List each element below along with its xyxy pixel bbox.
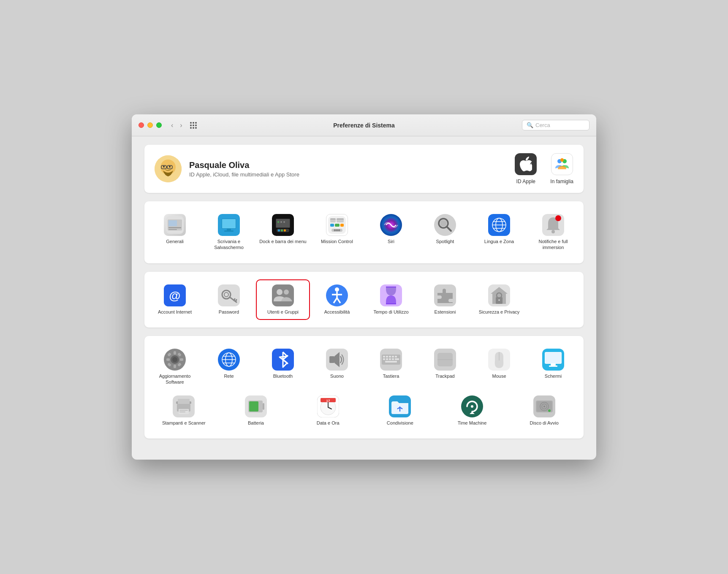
- pref-utenti[interactable]: Utenti e Gruppi: [257, 280, 309, 319]
- notifiche-icon: [542, 214, 564, 236]
- pref-dock[interactable]: Dock e barra dei menu: [257, 210, 309, 255]
- pref-condivisione[interactable]: Condivisione: [365, 391, 435, 430]
- profile-subtitle: ID Apple, iCloud, file multimediali e Ap…: [189, 171, 299, 178]
- pref-notifiche[interactable]: Notifiche e full immersion: [527, 210, 579, 255]
- pref-tempo[interactable]: Tempo di Utilizzo: [365, 280, 417, 319]
- back-button[interactable]: ‹: [168, 121, 176, 130]
- svg-rect-137: [249, 401, 258, 412]
- spotlight-svg: [434, 214, 456, 236]
- sicurezza-icon: [488, 284, 510, 306]
- profile-name: Pasquale Oliva: [189, 160, 299, 170]
- mission-label: Mission Control: [321, 238, 353, 244]
- svg-rect-12: [168, 220, 177, 226]
- svg-rect-112: [386, 358, 388, 360]
- suono-label: Suono: [330, 373, 344, 379]
- svg-rect-36: [335, 224, 340, 227]
- pref-schermi[interactable]: Schermi: [527, 344, 579, 390]
- pref-estensioni[interactable]: Estensioni: [419, 280, 471, 319]
- family-icon: [551, 153, 573, 175]
- prefs-grid-4: Stampanti e Scanner Batte: [149, 391, 579, 430]
- svg-rect-58: [218, 284, 240, 306]
- pref-bluetooth[interactable]: Bluetooth: [257, 344, 309, 390]
- apple-logo-svg: [519, 157, 532, 172]
- avatar-svg: [155, 155, 182, 182]
- pref-siri[interactable]: Siri: [365, 210, 417, 255]
- pref-aggiornamento[interactable]: Aggiornamento Software: [149, 344, 201, 390]
- pref-account[interactable]: @ Account Internet: [149, 280, 201, 319]
- minimize-button[interactable]: [147, 122, 153, 128]
- pref-generali[interactable]: Generali: [149, 210, 201, 255]
- pref-trackpad[interactable]: Trackpad: [419, 344, 471, 390]
- pref-tastiera[interactable]: Tastiera: [365, 344, 417, 390]
- apple-id-action[interactable]: ID Apple: [515, 153, 537, 184]
- svg-rect-132: [179, 410, 188, 411]
- pref-password[interactable]: Password: [203, 280, 255, 319]
- dock-label: Dock e barra dei menu: [259, 238, 306, 244]
- maximize-button[interactable]: [156, 122, 162, 128]
- traffic-lights: [139, 122, 162, 128]
- forward-button[interactable]: ›: [177, 121, 185, 130]
- pref-stampanti[interactable]: Stampanti e Scanner: [149, 391, 219, 430]
- password-svg: [218, 284, 240, 306]
- dock-svg: [274, 216, 292, 234]
- svg-rect-26: [284, 230, 286, 232]
- svg-line-62: [234, 299, 235, 301]
- prefs-section-3: Aggiornamento Software: [144, 336, 584, 439]
- tempo-label: Tempo di Utilizzo: [373, 309, 408, 315]
- pref-lingua[interactable]: Lingua e Zona: [473, 210, 525, 255]
- search-box[interactable]: 🔍 Cerca: [522, 120, 589, 130]
- pref-time-machine[interactable]: Time Machine: [437, 391, 508, 430]
- stampanti-svg: [173, 395, 195, 417]
- svg-point-1: [160, 160, 176, 175]
- content: Pasquale Oliva ID Apple, iCloud, file mu…: [132, 136, 596, 460]
- svg-rect-106: [383, 356, 385, 357]
- grid-dot: [195, 122, 197, 124]
- prefs-grid-3: Aggiornamento Software: [149, 344, 579, 390]
- lingua-svg: [488, 214, 510, 236]
- mouse-icon: [488, 349, 510, 371]
- svg-rect-114: [392, 358, 394, 360]
- pref-data[interactable]: 17 Data e Ora: [293, 391, 363, 430]
- close-button[interactable]: [139, 122, 144, 128]
- svg-line-63: [236, 300, 236, 301]
- svg-point-45: [440, 220, 447, 227]
- pref-mouse[interactable]: Mouse: [473, 344, 525, 390]
- scrivania-label: Scrivania e Salvaschermo: [205, 238, 253, 251]
- siri-label: Siri: [388, 238, 394, 244]
- pref-rete[interactable]: Rete: [203, 344, 255, 390]
- svg-point-65: [277, 289, 283, 295]
- pref-suono[interactable]: Suono: [311, 344, 363, 390]
- pref-batteria[interactable]: Batteria: [221, 391, 291, 430]
- notifiche-label: Notifiche e full immersion: [530, 238, 577, 251]
- generali-label: Generali: [166, 238, 184, 244]
- utenti-icon: [272, 284, 294, 306]
- svg-point-84: [172, 357, 177, 362]
- data-label: Data e Ora: [317, 420, 340, 426]
- pref-spotlight[interactable]: Spotlight: [419, 210, 471, 255]
- svg-point-28: [280, 221, 282, 223]
- grid-dot: [193, 125, 194, 126]
- svg-rect-86: [174, 365, 176, 368]
- accessibilita-svg: [326, 284, 348, 306]
- grid-view-button[interactable]: [188, 120, 198, 130]
- grid-dot: [195, 125, 197, 126]
- estensioni-icon: [434, 284, 456, 306]
- pref-scrivania[interactable]: Scrivania e Salvaschermo: [203, 210, 255, 255]
- avatar: [155, 155, 182, 182]
- pref-sicurezza[interactable]: Sicurezza e Privacy: [473, 280, 525, 319]
- svg-rect-24: [278, 230, 280, 232]
- account-label: Account Internet: [158, 309, 192, 315]
- family-action[interactable]: In famiglia: [550, 153, 573, 184]
- generali-svg: [166, 216, 184, 234]
- svg-point-39: [334, 229, 336, 231]
- svg-rect-88: [180, 358, 183, 361]
- pref-accessibilita[interactable]: Accessibilità: [311, 280, 363, 319]
- account-svg: @: [164, 284, 186, 306]
- pref-mission[interactable]: Mission Control: [311, 210, 363, 255]
- svg-point-68: [335, 287, 339, 292]
- nav-buttons: ‹ ›: [168, 121, 185, 130]
- tempo-icon: [380, 284, 402, 306]
- trackpad-icon: [434, 349, 456, 371]
- svg-rect-113: [389, 358, 391, 360]
- pref-disco[interactable]: Disco di Avvio: [509, 391, 579, 430]
